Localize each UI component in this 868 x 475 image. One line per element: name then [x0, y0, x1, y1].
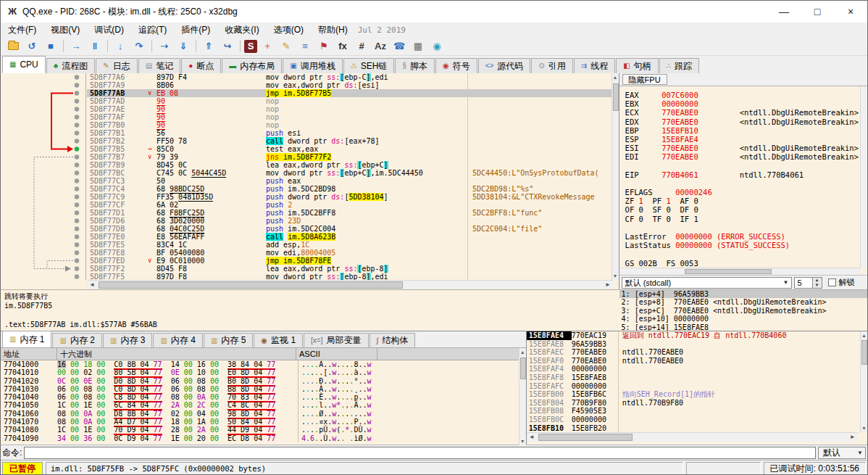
hash-icon[interactable]: #: [353, 38, 370, 54]
stack-panel[interactable]: 15E8FAE4770EAC19返回到 ntdll.770EAC19 自 ntd…: [527, 331, 867, 445]
disasm-row[interactable]: 5D8F77A98B06mov eax,dword ptr ds:[esi]: [87, 81, 613, 89]
disasm-row[interactable]: 5D8F77ED∨E9 0C010000jmp im.5D8F78FE: [87, 257, 613, 265]
disasm-row[interactable]: 5D8F77C468 98BDC25Dpush im.5DC2BD985DC2B…: [87, 185, 613, 193]
register-row[interactable]: OF 0 SF 0 DF 0: [625, 205, 861, 214]
tab-流程图[interactable]: ♣流程图: [46, 58, 96, 73]
scroll-left-icon[interactable]: ◄: [527, 433, 537, 442]
stack-row[interactable]: 15E8FB08F45905E3: [527, 407, 858, 416]
disasm-row[interactable]: 5D8F77F5897D F8mov dword ptr ss:[ebp-8],…: [87, 273, 613, 280]
disasm-row[interactable]: 5D8F77B7∨79 39jns im.5D8F77F2: [87, 153, 613, 161]
step-out-icon[interactable]: ⇓: [175, 38, 192, 54]
scroll-up-icon[interactable]: ▲: [861, 331, 867, 339]
disasm-row[interactable]: 5D8F77C9FF35 0481D35Dpush dword ptr ds:[…: [87, 193, 613, 201]
menu-item[interactable]: 插件(P): [174, 22, 217, 37]
dump-row[interactable]: 7704109034 00 36 00 0C D9 04 77 1E 00 20…: [1, 434, 515, 442]
menu-item[interactable]: 调试(D): [87, 22, 131, 37]
scroll-up-icon[interactable]: ▲: [519, 348, 526, 356]
register-row[interactable]: EBP 15E8FB10: [625, 126, 861, 135]
disasm-row[interactable]: 5D8F77CF6A 02push 2: [87, 201, 613, 209]
step-into-icon[interactable]: ↓: [112, 38, 129, 54]
dump-row[interactable]: 770410501C 00 1E 00 6C 84 04 77 2A 00 2C…: [1, 401, 515, 409]
disasm-row[interactable]: 5D8F77A6897D F4mov dword ptr ss:[ebp-C],…: [87, 73, 613, 81]
stack-row[interactable]: 15E8FB0C00000000: [527, 416, 858, 424]
tab-断点[interactable]: ●断点: [181, 58, 221, 73]
register-row[interactable]: [625, 223, 861, 232]
scroll-up-icon[interactable]: ▲: [612, 73, 619, 81]
dump-row[interactable]: 7704106008 00 0A 00 D8 8B 04 77 02 00 04…: [1, 410, 515, 418]
tab-CPU[interactable]: ▦CPU: [2, 56, 46, 73]
globe-icon[interactable]: ◉: [428, 38, 446, 54]
register-row[interactable]: ESI 770EABE0 <ntdll.DbgUiRemoteBreakin>: [625, 144, 861, 152]
run-icon[interactable]: →: [67, 38, 85, 54]
functions-icon[interactable]: fx: [334, 38, 351, 54]
comments-icon[interactable]: ✎: [277, 38, 295, 54]
strings-icon[interactable]: Az: [372, 38, 389, 54]
scroll-right-icon[interactable]: ►: [848, 433, 858, 442]
restart-icon[interactable]: ↺: [23, 38, 41, 54]
tab-内存布局[interactable]: ▬内存布局: [222, 58, 282, 73]
register-row[interactable]: LastStatus 00000000 (STATUS_SUCCESS): [625, 241, 861, 249]
memory-dump-panel[interactable]: ▥内存 1▥内存 2▥内存 3▥内存 4▥内存 5◉监视 1[x=]局部变量∫结…: [1, 331, 527, 445]
patches-icon[interactable]: +: [259, 38, 276, 54]
call-arg-row[interactable]: 2: [esp+8] 770EABE0 <ntdll.DbgUiRemoteBr…: [619, 298, 868, 306]
register-row[interactable]: ZF 1 PF 1 AF 0: [625, 197, 861, 205]
stack-row[interactable]: 15E8FAFC00000000: [527, 382, 858, 391]
disasm-row[interactable]: 5D8F77E583C4 1Cadd esp,1C: [87, 241, 613, 249]
disasm-row[interactable]: 5D8F77BCC745 0C 5044C45Dmov dword ptr ss…: [87, 169, 613, 177]
close-button[interactable]: ×: [834, 1, 867, 22]
spinner-arrows-icon[interactable]: ▲▼: [813, 277, 822, 289]
stack-row[interactable]: 15E8FAEC770EABE0ntdll.770EABE0: [527, 348, 858, 357]
call-arg-row[interactable]: 5: [esp+14] 15E8FAE8: [619, 323, 868, 331]
scroll-down-icon[interactable]: ▼: [861, 424, 867, 432]
tab-符号[interactable]: ◉符号: [435, 58, 477, 73]
bookmarks-icon[interactable]: ⚑: [315, 38, 333, 54]
scroll-down-icon[interactable]: ▼: [612, 272, 619, 280]
tab-内存 5[interactable]: ▥内存 5: [204, 333, 253, 347]
register-row[interactable]: ECX 770EABE0 <ntdll.DbgUiRemoteBreakin>: [625, 108, 861, 117]
disasm-row[interactable]: 5D8F77AE90nop: [87, 105, 613, 113]
disasm-row[interactable]: 5D8F77B5→85C0test eax,eax: [87, 145, 613, 153]
dump-row[interactable]: 7704100016 00 18 00 C0 8B 04 77 14 00 16…: [1, 360, 515, 368]
unlock-checkbox[interactable]: [828, 278, 836, 286]
register-row[interactable]: EDX 770EABE0 <ntdll.DbgUiRemoteBreakin>: [625, 117, 861, 126]
tab-引用[interactable]: ⊙引用: [531, 58, 572, 73]
dump-row[interactable]: 7704104006 00 08 00 C8 8D 04 77 08 00 0A…: [1, 393, 515, 401]
call-arguments-list[interactable]: 1: [esp+4] 96A59BB32: [esp+8] 770EABE0 <…: [619, 289, 868, 331]
disasm-row[interactable]: 5D8F77AD90nop: [87, 97, 613, 105]
disasm-hscrollbar[interactable]: ◄ ►: [87, 280, 613, 289]
stop-icon[interactable]: ■: [42, 38, 59, 54]
tab-线程[interactable]: ⇉线程: [574, 58, 615, 73]
stack-row[interactable]: 15E8FB0015E8FB6C指向SEH_Record[1]的指针: [527, 390, 858, 399]
disasm-row[interactable]: 5D8F77DB68 04C0C25Dpush im.5DC2C0045DC2C…: [87, 225, 613, 233]
dump-row[interactable]: 7704107008 00 0A 00 A4 D7 04 77 18 00 1A…: [1, 418, 515, 426]
tab-笔记[interactable]: ▤笔记: [138, 58, 180, 73]
stack-row[interactable]: 15E8FB1015E8FB20: [527, 424, 858, 432]
disasm-row[interactable]: 5D8F77D668 3D020000push 23D: [87, 217, 613, 225]
call-arg-row[interactable]: 4: [esp+10] 00000000: [619, 315, 868, 323]
scroll-left-icon[interactable]: ◄: [87, 281, 97, 289]
arg-count-spinner[interactable]: 5: [794, 277, 813, 289]
menu-item[interactable]: 选项(O): [267, 22, 311, 37]
command-dropdown[interactable]: 默认▼: [818, 447, 866, 459]
calling-convention-dropdown[interactable]: 默认 (stdcall)▼: [622, 277, 792, 289]
tab-调用堆栈[interactable]: ▣调用堆栈: [283, 58, 342, 73]
call-arg-row[interactable]: 3: [esp+C] 770EABE0 <ntdll.DbgUiRemoteBr…: [619, 307, 868, 315]
register-row[interactable]: EAX 007C6000: [625, 91, 861, 99]
stack-row[interactable]: 15E8FAF0770EABE0ntdll.770EABE0: [527, 357, 858, 365]
disasm-row[interactable]: 5D8F77F28D45 F8lea eax,dword ptr ss:[ebp…: [87, 265, 613, 273]
register-row[interactable]: GS 002B FS 0053: [625, 259, 861, 268]
hide-fpu-button[interactable]: 隐藏FPU: [622, 74, 667, 85]
minimize-button[interactable]: —: [767, 1, 801, 22]
stack-row[interactable]: 15E8FAF815E8FAE8: [527, 373, 858, 382]
calculator-icon[interactable]: ▦: [409, 38, 427, 54]
dump-row[interactable]: 7704101000 00 02 00 80 5B 04 77 0E 00 10…: [1, 368, 515, 376]
command-input[interactable]: [24, 447, 816, 459]
run-to-cursor-icon[interactable]: ⇢: [156, 38, 173, 54]
step-over-icon[interactable]: ↷: [130, 38, 148, 54]
execute-till-return-icon[interactable]: ⇑: [200, 38, 217, 54]
stack-vscrollbar[interactable]: ▲ ▼: [860, 331, 867, 432]
dump-vscrollbar[interactable]: ▲ ▼: [519, 348, 526, 445]
menu-item[interactable]: 追踪(T): [131, 22, 174, 37]
menu-item[interactable]: 文件(F): [1, 22, 43, 37]
stack-row[interactable]: 15E8FB04770B9F80ntdll.770B9F80: [527, 399, 858, 408]
